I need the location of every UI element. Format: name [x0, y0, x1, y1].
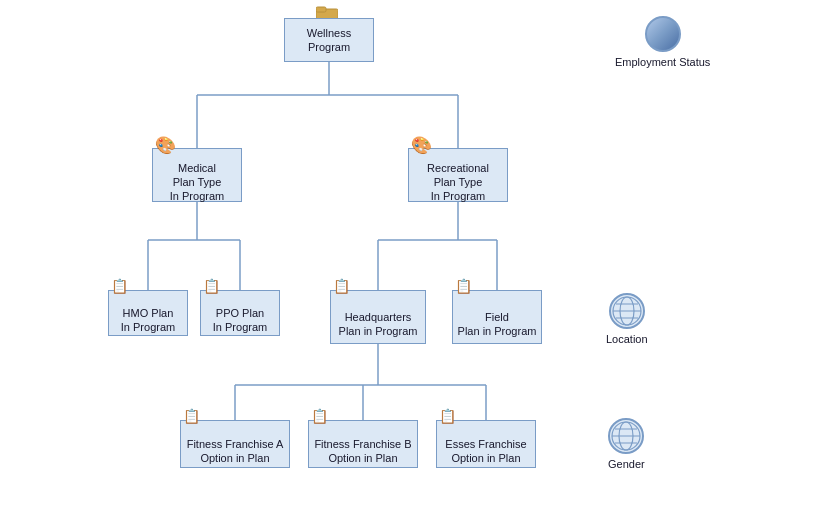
location-label: Location	[606, 333, 648, 345]
legend-location: Location	[606, 293, 648, 345]
connector-lines	[0, 0, 840, 523]
node-medical: 🎨 MedicalPlan TypeIn Program	[152, 148, 242, 202]
gender-globe	[608, 418, 644, 454]
node-headquarters: 📋 HeadquartersPlan in Program	[330, 290, 426, 344]
fitness-b-doc-icon: 📋	[311, 407, 328, 425]
employment-circle	[645, 16, 681, 52]
diagram-container: Wellness Program 🎨 MedicalPlan TypeIn Pr…	[0, 0, 840, 523]
medical-icon: 🎨	[155, 135, 176, 157]
hq-doc-icon: 📋	[333, 277, 350, 295]
node-fitness-a: 📋 Fitness Franchise AOption in Plan	[180, 420, 290, 468]
field-doc-icon: 📋	[455, 277, 472, 295]
node-fitness-b: 📋 Fitness Franchise BOption in Plan	[308, 420, 418, 468]
ppo-doc-icon: 📋	[203, 277, 220, 295]
svg-rect-18	[316, 7, 326, 12]
recreational-icon: 🎨	[411, 135, 432, 157]
node-field: 📋 FieldPlan in Program	[452, 290, 542, 344]
node-recreational: 🎨 RecreationalPlan TypeIn Program	[408, 148, 508, 202]
node-esses: 📋 Esses FranchiseOption in Plan	[436, 420, 536, 468]
gender-label: Gender	[608, 458, 645, 470]
employment-label: Employment Status	[615, 56, 710, 68]
node-wellness: Wellness Program	[284, 18, 374, 62]
esses-doc-icon: 📋	[439, 407, 456, 425]
location-globe	[609, 293, 645, 329]
node-hmo: 📋 HMO PlanIn Program	[108, 290, 188, 336]
hmo-doc-icon: 📋	[111, 277, 128, 295]
node-ppo: 📋 PPO PlanIn Program	[200, 290, 280, 336]
fitness-a-doc-icon: 📋	[183, 407, 200, 425]
legend-gender: Gender	[608, 418, 645, 470]
legend-employment: Employment Status	[615, 16, 710, 68]
